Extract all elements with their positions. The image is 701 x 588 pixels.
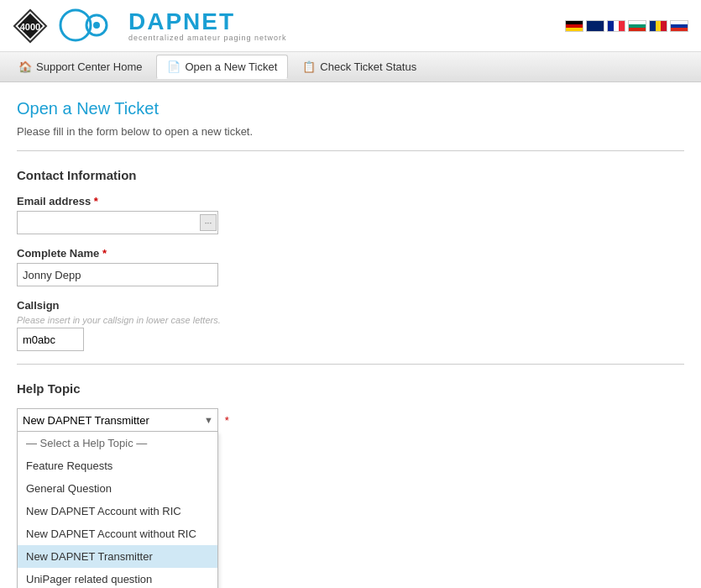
email-input[interactable] (17, 211, 218, 234)
dropdown-item-general-question[interactable]: General Question (18, 477, 217, 500)
nav-open-ticket-label: Open a New Ticket (185, 60, 277, 73)
flag-romanian[interactable] (649, 20, 667, 32)
navigation-bar: 🏠 Support Center Home 📄 Open a New Ticke… (0, 52, 701, 82)
flag-german[interactable] (565, 20, 583, 32)
logo-diamond-icon: 4000 (13, 8, 48, 44)
contact-section-title: Contact Information (17, 168, 684, 182)
divider-1 (17, 150, 684, 151)
email-group: Email address * ··· (17, 195, 684, 234)
email-input-wrapper: ··· (17, 211, 218, 234)
home-icon: 🏠 (18, 60, 32, 73)
name-required-star: * (102, 247, 107, 260)
callsign-group: Callsign Please insert in your callsign … (17, 299, 684, 351)
help-topic-select[interactable]: — Select a Help Topic — Feature Requests… (17, 408, 218, 432)
main-content: Open a New Ticket Please fill in the for… (0, 82, 701, 588)
nav-check-status-label: Check Ticket Status (320, 60, 416, 73)
email-lookup-button[interactable]: ··· (200, 214, 217, 231)
nav-support-home-label: Support Center Home (36, 60, 142, 73)
page-header: 4000 DAPNET decentralized amateur paging… (0, 0, 701, 52)
dropdown-item-placeholder[interactable]: — Select a Help Topic — (18, 432, 217, 454)
dropdown-item-feature-requests[interactable]: Feature Requests (18, 454, 217, 477)
contact-section: Contact Information Email address * ··· … (17, 168, 684, 351)
logo-subtitle: decentralized amateur paging network (128, 34, 287, 42)
callsign-input[interactable] (17, 328, 84, 351)
select-wrapper: — Select a Help Topic — Feature Requests… (17, 408, 218, 432)
flag-french[interactable] (607, 20, 625, 32)
logo-circles-icon (55, 7, 122, 45)
svg-point-5 (93, 22, 100, 29)
language-flags (565, 20, 688, 32)
help-topic-required-star: * (225, 414, 229, 427)
logo-title: DAPNET (128, 10, 287, 34)
status-icon: 📋 (302, 60, 316, 73)
page-description: Please fill in the form below to open a … (17, 125, 684, 138)
logo-area: 4000 DAPNET decentralized amateur paging… (13, 7, 287, 45)
name-label: Complete Name * (17, 247, 684, 260)
nav-open-ticket[interactable]: 📄 Open a New Ticket (156, 55, 288, 79)
svg-text:4000: 4000 (20, 22, 40, 32)
dropdown-item-account-with-ric[interactable]: New DAPNET Account with RIC (18, 500, 217, 522)
callsign-label: Callsign (17, 299, 684, 312)
page-title: Open a New Ticket (17, 99, 684, 118)
help-topic-title: Help Topic (17, 381, 684, 396)
help-topic-select-container: — Select a Help Topic — Feature Requests… (17, 408, 218, 432)
nav-support-home[interactable]: 🏠 Support Center Home (8, 55, 152, 78)
dropdown-item-unipager[interactable]: UniPager related question (18, 568, 217, 588)
dropdown-item-new-transmitter[interactable]: New DAPNET Transmitter (18, 545, 217, 568)
logo-text: DAPNET decentralized amateur paging netw… (128, 10, 287, 42)
dropdown-overlay: — Select a Help Topic — Feature Requests… (17, 432, 218, 588)
flag-english[interactable] (586, 20, 604, 32)
flag-bulgarian[interactable] (628, 20, 646, 32)
dropdown-item-account-without-ric[interactable]: New DAPNET Account without RIC (18, 522, 217, 545)
email-required-star: * (94, 195, 98, 207)
help-topic-section: Help Topic — Select a Help Topic — Featu… (17, 381, 684, 432)
name-input[interactable] (17, 263, 218, 286)
callsign-hint: Please insert in your callsign in lower … (17, 315, 684, 325)
flag-russian[interactable] (670, 20, 688, 32)
email-label: Email address * (17, 195, 684, 207)
name-group: Complete Name * (17, 247, 684, 286)
nav-check-status[interactable]: 📋 Check Ticket Status (292, 55, 426, 78)
divider-2 (17, 364, 684, 365)
ticket-icon: 📄 (167, 60, 180, 73)
